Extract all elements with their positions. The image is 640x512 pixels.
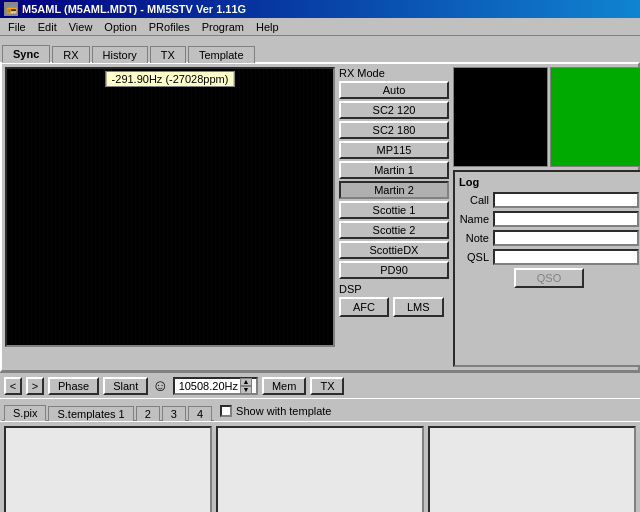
mem-button[interactable]: Mem — [262, 377, 306, 395]
thumb-area — [0, 421, 640, 512]
tab-sync[interactable]: Sync — [2, 45, 50, 63]
menu-bar: FileEditViewOptionPRofilesProgramHelp — [0, 18, 640, 36]
log-note-label: Note — [459, 232, 489, 244]
menu-item-edit[interactable]: Edit — [32, 20, 63, 34]
log-name-label: Name — [459, 213, 489, 225]
menu-item-program[interactable]: Program — [196, 20, 250, 34]
title-bar: 📻 M5AML (M5AML.MDT) - MM5STV Ver 1.11G — [0, 0, 640, 18]
rx-btn-scottiedx[interactable]: ScottieDX — [339, 241, 449, 259]
color-box-green — [550, 67, 640, 167]
log-name-row: Name — [459, 211, 639, 227]
menu-item-view[interactable]: View — [63, 20, 99, 34]
color-indicators — [453, 67, 640, 167]
rx-btn-auto[interactable]: Auto — [339, 81, 449, 99]
menu-item-file[interactable]: File — [2, 20, 32, 34]
rx-btn-sc2-180[interactable]: SC2 180 — [339, 121, 449, 139]
tx-button[interactable]: TX — [310, 377, 344, 395]
log-note-row: Note — [459, 230, 639, 246]
thumb-tab-2[interactable]: 2 — [136, 406, 160, 421]
log-call-row: Call — [459, 192, 639, 208]
dsp-btn-afc[interactable]: AFC — [339, 297, 389, 317]
template-check-area: Show with template — [214, 402, 337, 420]
menu-item-profiles[interactable]: PRofiles — [143, 20, 196, 34]
freq-down-button[interactable]: ▼ — [240, 386, 252, 394]
app-icon: 📻 — [4, 2, 18, 16]
color-box-black — [453, 67, 548, 167]
dsp-buttons: AFCLMS — [339, 297, 449, 317]
nav-left-button[interactable]: < — [4, 377, 22, 395]
log-note-input[interactable] — [493, 230, 639, 246]
freq-up-button[interactable]: ▲ — [240, 378, 252, 386]
rx-btn-mp115[interactable]: MP115 — [339, 141, 449, 159]
frequency-display: 10508.20Hz ▲ ▼ — [173, 377, 258, 395]
show-template-label: Show with template — [236, 405, 331, 417]
slant-button[interactable]: Slant — [103, 377, 148, 395]
tab-rx[interactable]: RX — [52, 46, 89, 63]
status-bar: < > Phase Slant ☺ 10508.20Hz ▲ ▼ Mem TX — [0, 372, 640, 398]
log-qsl-label: QSL — [459, 251, 489, 263]
right-panel: Log Call Name Note QSL QSO — [453, 67, 640, 367]
log-call-label: Call — [459, 194, 489, 206]
menu-item-option[interactable]: Option — [98, 20, 142, 34]
thumb-box-1 — [4, 426, 212, 512]
log-panel: Log Call Name Note QSL QSO — [453, 170, 640, 367]
log-qsl-input[interactable] — [493, 249, 639, 265]
tab-tx[interactable]: TX — [150, 46, 186, 63]
thumb-box-2 — [216, 426, 424, 512]
rx-btn-pd90[interactable]: PD90 — [339, 261, 449, 279]
thumb-box-3 — [428, 426, 636, 512]
log-qsl-row: QSL — [459, 249, 639, 265]
rx-mode-buttons: AutoSC2 120SC2 180MP115Martin 1Martin 2S… — [339, 81, 449, 279]
thumb-tab-stemplates-1[interactable]: S.templates 1 — [48, 406, 133, 421]
menu-item-help[interactable]: Help — [250, 20, 285, 34]
log-name-input[interactable] — [493, 211, 639, 227]
signal-area: -291.90Hz (-27028ppm) — [5, 67, 335, 347]
log-title: Log — [459, 176, 639, 188]
rx-btn-scottie-1[interactable]: Scottie 1 — [339, 201, 449, 219]
dsp-panel: DSP AFCLMS — [339, 283, 449, 317]
rx-btn-scottie-2[interactable]: Scottie 2 — [339, 221, 449, 239]
thumb-tab-4[interactable]: 4 — [188, 406, 212, 421]
rx-dsp-panel: RX Mode AutoSC2 120SC2 180MP115Martin 1M… — [339, 67, 449, 367]
log-call-input[interactable] — [493, 192, 639, 208]
dsp-label: DSP — [339, 283, 449, 295]
tab-bar: SyncRXHistoryTXTemplate — [0, 36, 640, 62]
rx-mode-label: RX Mode — [339, 67, 449, 79]
title-text: M5AML (M5AML.MDT) - MM5STV Ver 1.11G — [22, 3, 246, 15]
smiley-icon[interactable]: ☺ — [152, 377, 168, 395]
tab-template[interactable]: Template — [188, 46, 255, 63]
frequency-spinner[interactable]: ▲ ▼ — [240, 378, 252, 394]
rx-btn-martin-1[interactable]: Martin 1 — [339, 161, 449, 179]
rx-btn-martin-2[interactable]: Martin 2 — [339, 181, 449, 199]
thumb-tab-3[interactable]: 3 — [162, 406, 186, 421]
frequency-value: 10508.20Hz — [179, 380, 238, 392]
signal-noise — [7, 69, 333, 345]
dsp-btn-lms[interactable]: LMS — [393, 297, 444, 317]
main-content: -291.90Hz (-27028ppm) RX Mode AutoSC2 12… — [0, 62, 640, 372]
thumb-tab-bar: S.pixS.templates 1234 — [2, 401, 214, 421]
frequency-tooltip: -291.90Hz (-27028ppm) — [106, 71, 235, 87]
nav-right-button[interactable]: > — [26, 377, 44, 395]
rx-btn-sc2-120[interactable]: SC2 120 — [339, 101, 449, 119]
phase-button[interactable]: Phase — [48, 377, 99, 395]
thumb-tab-spix[interactable]: S.pix — [4, 405, 46, 421]
qso-button[interactable]: QSO — [514, 268, 584, 288]
show-template-checkbox[interactable] — [220, 405, 232, 417]
tab-history[interactable]: History — [92, 46, 148, 63]
